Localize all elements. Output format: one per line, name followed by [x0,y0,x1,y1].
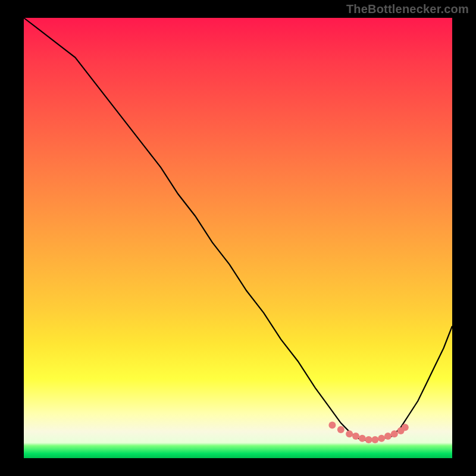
valley-dot [337,426,345,433]
valley-dot [378,435,385,442]
gradient-plot-area [24,18,452,458]
valley-dot [365,436,372,443]
attribution-label: TheBottlenecker.com [346,2,469,16]
valley-dot [371,436,378,443]
chart-svg [24,18,452,458]
valley-dot [384,433,392,440]
valley-dot [328,422,336,429]
valley-dot [359,435,366,442]
valley-dot [346,430,353,437]
valley-dot [402,424,409,431]
valley-dot [352,433,359,440]
valley-dot [391,430,398,437]
bottleneck-curve [24,18,452,440]
